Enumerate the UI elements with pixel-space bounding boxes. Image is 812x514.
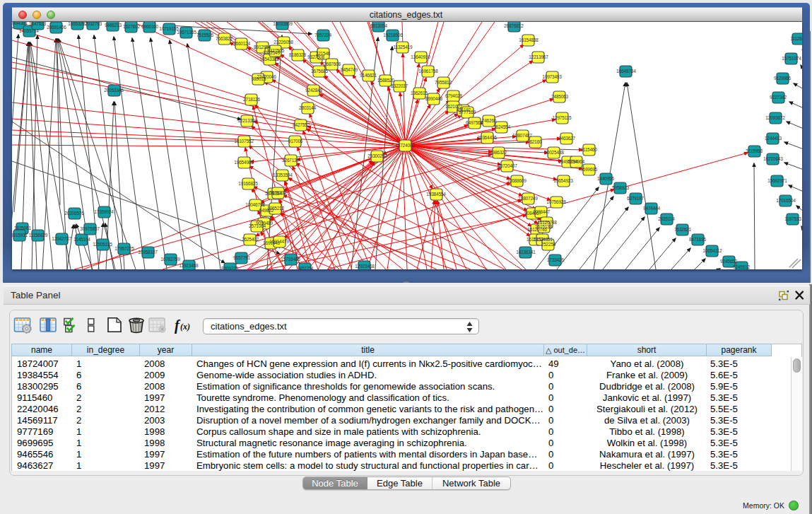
svg-text:5878332: 5878332 (269, 190, 286, 195)
svg-text:6497568: 6497568 (466, 120, 483, 125)
svg-text:746266: 746266 (482, 118, 497, 123)
svg-text:19218506: 19218506 (383, 33, 403, 37)
svg-text:9129966: 9129966 (774, 76, 791, 81)
svg-text:2935114: 2935114 (658, 216, 675, 221)
svg-text:20691406: 20691406 (47, 25, 66, 30)
svg-text:15716485: 15716485 (281, 257, 300, 262)
svg-text:15720407: 15720407 (498, 163, 517, 168)
svg-text:17359924: 17359924 (94, 209, 114, 214)
svg-text:10719155: 10719155 (159, 26, 179, 31)
svg-text:30975857: 30975857 (80, 226, 100, 231)
svg-text:7632621: 7632621 (674, 227, 691, 232)
svg-text:7857224: 7857224 (314, 33, 331, 37)
svg-text:9657791: 9657791 (233, 255, 250, 260)
svg-text:9474444: 9474444 (643, 206, 660, 211)
svg-text:1145194: 1145194 (73, 237, 90, 242)
svg-text:1527602: 1527602 (123, 24, 140, 29)
svg-text:13353594: 13353594 (273, 173, 293, 177)
svg-text:1065212: 1065212 (267, 206, 284, 211)
svg-text:9242848: 9242848 (305, 88, 322, 93)
svg-text:9227342: 9227342 (770, 95, 787, 100)
svg-text:6794028: 6794028 (445, 93, 462, 98)
svg-text:3915931: 3915931 (12, 233, 28, 238)
svg-text:2718126: 2718126 (243, 97, 260, 102)
svg-text:1112843: 1112843 (791, 36, 802, 41)
svg-text:16914479: 16914479 (269, 239, 289, 244)
svg-text:12923468: 12923468 (355, 264, 375, 269)
svg-text:10973493: 10973493 (542, 74, 562, 79)
svg-text:252254: 252254 (541, 242, 556, 247)
svg-text:7625402: 7625402 (242, 237, 259, 242)
svg-text:16107552: 16107552 (234, 139, 254, 144)
svg-text:10807487: 10807487 (512, 133, 532, 138)
svg-text:989013: 989013 (252, 76, 266, 81)
svg-text:3675685: 3675685 (311, 69, 328, 74)
svg-text:9457751: 9457751 (297, 266, 314, 269)
svg-text:8186328: 8186328 (289, 52, 306, 57)
svg-text:10958107: 10958107 (138, 250, 158, 255)
svg-text:8322037: 8322037 (391, 83, 408, 88)
svg-text:9777169: 9777169 (459, 110, 476, 115)
svg-text:1362615: 1362615 (411, 90, 428, 95)
svg-text:23226058: 23226058 (273, 40, 293, 45)
svg-text:19384554: 19384554 (426, 192, 446, 197)
svg-text:8471636: 8471636 (689, 237, 706, 242)
svg-text:13524851: 13524851 (533, 237, 553, 242)
svg-text:26876812: 26876812 (504, 23, 524, 28)
svg-text:2687608: 2687608 (324, 62, 341, 66)
svg-text:20364436: 20364436 (477, 135, 497, 140)
svg-text:11325419: 11325419 (394, 45, 413, 49)
svg-text:5958923: 5958923 (612, 185, 629, 190)
svg-text:1835061: 1835061 (14, 226, 31, 230)
svg-text:12213967: 12213967 (529, 54, 548, 59)
svg-text:3267130: 3267130 (282, 158, 299, 163)
svg-text:12975115: 12975115 (553, 115, 572, 120)
svg-text:8309275: 8309275 (221, 266, 238, 269)
svg-text:11156829: 11156829 (29, 233, 48, 238)
svg-text:25300293: 25300293 (367, 153, 387, 158)
svg-text:12213369: 12213369 (237, 118, 257, 123)
svg-text:321546: 321546 (316, 51, 331, 56)
svg-text:16033809: 16033809 (273, 22, 293, 26)
svg-text:3215958: 3215958 (746, 148, 763, 153)
svg-text:9146821: 9146821 (360, 73, 377, 78)
svg-text:18724007: 18724007 (395, 143, 415, 148)
svg-text:12942737: 12942737 (52, 236, 71, 241)
svg-text:10046798: 10046798 (245, 202, 265, 207)
svg-text:14136141: 14136141 (516, 250, 536, 255)
svg-text:17957225: 17957225 (114, 246, 134, 251)
svg-text:16782759: 16782759 (160, 257, 180, 262)
svg-text:7986322: 7986322 (490, 150, 507, 155)
svg-text:10688609: 10688609 (507, 178, 526, 183)
svg-text:2032793: 2032793 (85, 22, 102, 26)
svg-text:7515526: 7515526 (196, 33, 213, 37)
svg-text:2494381: 2494381 (12, 22, 28, 25)
svg-text:2803144: 2803144 (299, 105, 316, 110)
svg-text:9466213: 9466213 (105, 23, 122, 28)
svg-text:62160: 62160 (529, 139, 542, 144)
svg-text:8813054: 8813054 (370, 23, 387, 28)
svg-text:1615133: 1615133 (535, 224, 552, 229)
svg-text:1440956: 1440956 (597, 176, 614, 181)
svg-text:8990448: 8990448 (425, 96, 442, 101)
svg-text:1244413: 1244413 (765, 136, 782, 141)
svg-text:1847533: 1847533 (29, 22, 46, 26)
svg-text:9699695: 9699695 (580, 167, 597, 172)
svg-text:7663822: 7663822 (216, 36, 233, 41)
svg-text:20206576: 20206576 (64, 211, 84, 216)
svg-text:14055714: 14055714 (19, 28, 39, 33)
svg-text:16154838: 16154838 (519, 37, 539, 42)
svg-text:2571064: 2571064 (249, 223, 266, 228)
svg-text:11923468: 11923468 (180, 263, 199, 268)
svg-text:16648784: 16648784 (616, 69, 636, 74)
svg-text:8454749: 8454749 (341, 67, 358, 72)
svg-text:12093872: 12093872 (765, 115, 785, 120)
svg-text:9245652: 9245652 (720, 259, 737, 264)
svg-text:9327505: 9327505 (267, 48, 284, 53)
svg-text:18807249: 18807249 (518, 196, 538, 201)
svg-text:6379197: 6379197 (627, 196, 644, 201)
svg-text:20053346: 20053346 (104, 88, 124, 93)
svg-text:10025438: 10025438 (544, 150, 564, 155)
svg-text:12505135: 12505135 (93, 242, 112, 247)
svg-text:9660124: 9660124 (233, 41, 250, 46)
